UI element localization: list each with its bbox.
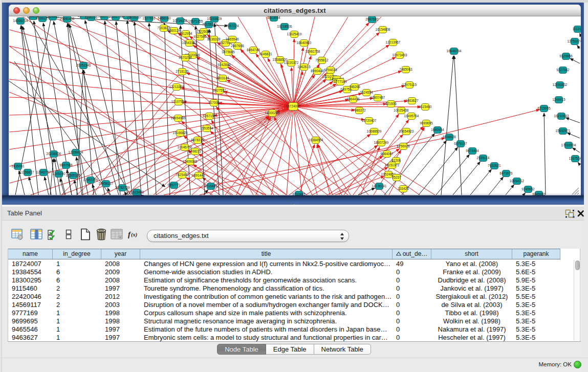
table-settings-icon[interactable] [11, 228, 24, 241]
graph-node[interactable]: 1244415 [552, 97, 565, 103]
tab-network-table[interactable]: Network Table [314, 344, 371, 355]
network-window-titlebar[interactable]: citations_edges.txt [9, 5, 581, 16]
graph-node[interactable]: 9463627 [405, 98, 419, 104]
graph-node[interactable]: 12942757 [36, 169, 51, 176]
table-row[interactable]: 977716911998Corpus callosum shape and si… [8, 309, 581, 317]
new-file-icon[interactable] [79, 228, 92, 241]
graph-node[interactable]: 7986372 [353, 107, 366, 114]
table-row[interactable]: 1830029562008Estimation of significance … [8, 276, 581, 285]
graph-node[interactable]: 15409348 [183, 159, 198, 165]
graph-node[interactable]: 1527602 [142, 16, 156, 22]
network-view-canvas[interactable]: 1405571411861702039137162440120691406190… [9, 16, 581, 195]
graph-node[interactable]: 8878335 [191, 137, 204, 144]
graph-node[interactable]: 16154808 [376, 27, 390, 33]
rows-icon[interactable] [62, 228, 75, 241]
graph-node[interactable]: 18807249 [374, 140, 389, 146]
graph-nodes[interactable]: 1405571411861702039137162440120691406190… [11, 16, 581, 195]
graph-node[interactable]: 621606 [385, 101, 397, 107]
function-icon[interactable]: f (x) [128, 228, 141, 241]
graph-node[interactable]: 7955812 [315, 57, 329, 64]
column-header-year[interactable]: year [101, 249, 140, 259]
graph-node[interactable]: 8136328 [207, 36, 221, 43]
table-vertical-scrollbar[interactable] [574, 260, 580, 341]
scrollbar-thumb[interactable] [575, 260, 580, 270]
graph-node[interactable]: 8990448 [311, 68, 324, 75]
graph-node[interactable]: 9327506 [193, 34, 207, 40]
column-header-title[interactable]: title [140, 249, 393, 259]
graph-node[interactable]: 111216 [573, 26, 581, 33]
graph-node[interactable]: 7632621 [488, 163, 501, 169]
graph-node[interactable]: 1186166 [85, 16, 98, 21]
graph-node[interactable]: 13220372 [284, 60, 299, 67]
graph-node[interactable]: 13751074 [568, 38, 581, 45]
graph-node[interactable]: 7485063 [399, 67, 412, 73]
graph-node[interactable]: 3875685 [222, 49, 235, 56]
graph-node[interactable]: 19384554 [309, 137, 323, 144]
select-columns-icon[interactable] [46, 228, 59, 241]
graph-node[interactable]: 12093832 [553, 82, 568, 89]
graph-node[interactable]: 9699695 [420, 120, 433, 127]
graph-node[interactable]: 1145190 [53, 171, 66, 178]
graph-node[interactable]: 20053346 [76, 62, 91, 69]
column-header-name[interactable]: name [8, 249, 53, 259]
graph-node[interactable]: 2803144 [216, 75, 229, 82]
graph-node[interactable]: 8471676 [499, 170, 513, 177]
table-row[interactable]: 1872400712008Changes of HCN gene express… [8, 260, 581, 268]
graph-node[interactable]: 6794028 [324, 67, 337, 74]
column-header-short[interactable]: short [431, 249, 512, 259]
graph-node[interactable]: 19654923 [399, 128, 414, 135]
graph-node[interactable]: 15720407 [362, 118, 377, 124]
graph-node[interactable]: 17016504 [561, 142, 576, 149]
graph-node[interactable]: 7357224 [226, 23, 239, 30]
table-row[interactable]: 1456911722003Disruption of a novel membe… [8, 301, 581, 309]
graph-node[interactable]: 20206536 [47, 151, 61, 158]
table-body[interactable]: 1872400712008Changes of HCN gene express… [8, 260, 581, 342]
graph-node[interactable]: 8454749 [247, 47, 260, 54]
column-header-pagerank[interactable]: pagerank [512, 249, 560, 259]
graph-node[interactable]: 917006 [208, 100, 220, 106]
tab-edge-table[interactable]: Edge Table [266, 344, 314, 355]
graph-node[interactable]: 6879197 [454, 141, 467, 147]
graph-node[interactable]: 133426 [398, 186, 409, 192]
column-header-out-de-[interactable]: out_de… [393, 249, 431, 259]
graph-node[interactable]: 12213967 [386, 39, 401, 46]
graph-node[interactable]: 8215955 [537, 105, 551, 112]
tab-node-table[interactable]: Node Table [217, 344, 266, 355]
graph-node[interactable]: 25237 [392, 174, 401, 181]
graph-node[interactable]: 746266 [349, 84, 360, 91]
table-row[interactable]: 946554611997Estimation of the future num… [8, 325, 581, 334]
table-type-tabs[interactable]: Node TableEdge TableNetwork Table [0, 344, 588, 355]
close-icon[interactable] [577, 209, 585, 218]
trash-icon[interactable] [95, 228, 108, 241]
graph-node[interactable]: 2867608 [231, 43, 244, 50]
graph-node[interactable]: 16495764 [404, 113, 419, 120]
graph-node[interactable]: 14055714 [13, 18, 28, 25]
table-row[interactable]: 1938455462009Genome-wide association stu… [8, 268, 581, 276]
graph-node[interactable]: 2935114 [477, 155, 490, 162]
graph-node[interactable]: 9474444 [466, 148, 479, 155]
graph-node[interactable]: 1435061 [11, 163, 25, 170]
graph-node[interactable]: 2718126 [176, 69, 189, 75]
graph-node[interactable]: 8756928 [397, 143, 410, 150]
table-row[interactable]: 946362711997Embryonic stem cells: a mode… [8, 334, 581, 342]
graph-node[interactable]: 3624554 [360, 90, 373, 96]
graph-node[interactable]: 10025438 [394, 107, 409, 114]
graph-node[interactable]: 16543382 [182, 40, 197, 47]
column-header-in-degree[interactable]: in_degree [53, 249, 101, 259]
graph-node[interactable]: 10107553 [171, 99, 186, 105]
graph-node[interactable]: 16648784 [447, 48, 462, 55]
table-row[interactable]: 2242004622012Investigating the contribut… [8, 293, 581, 301]
graph-node[interactable]: 19654985 [171, 115, 186, 122]
graph-node[interactable]: 9227342 [556, 67, 570, 74]
graph-node[interactable]: 10654112 [510, 178, 525, 185]
graph-node[interactable]: 16961758 [306, 49, 320, 55]
graph-node[interactable]: 7625402 [176, 172, 189, 179]
graph-node[interactable]: 10807487 [371, 95, 385, 101]
table-selector-dropdown[interactable]: citations_edges.txt [147, 230, 349, 242]
graph-node[interactable]: 19218506 [277, 24, 292, 30]
table-row[interactable]: 911546021997Tourette syndrome. Phenomeno… [8, 285, 581, 293]
table-row[interactable]: 969969511998Structural magnetic resonanc… [8, 317, 581, 325]
graph-node[interactable]: 9245652 [521, 186, 535, 193]
graph-node[interactable]: 8813054 [267, 16, 280, 21]
graph-node[interactable]: 1167534 [569, 156, 581, 162]
